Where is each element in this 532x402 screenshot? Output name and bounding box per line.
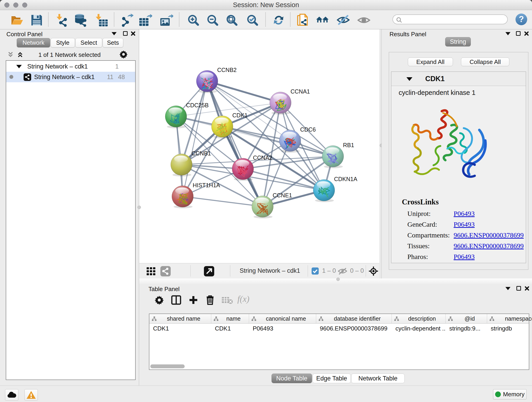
table-cell[interactable]: CDK1 (149, 324, 211, 333)
column-header-sharedname[interactable]: shared name (149, 314, 211, 324)
vertical-splitter[interactable] (380, 29, 382, 279)
maximize-panel-icon[interactable] (516, 31, 520, 36)
refresh-layout-icon[interactable] (272, 13, 285, 27)
network-view-title: String Network – cdk1 (240, 267, 300, 274)
close-panel-icon[interactable] (131, 31, 136, 36)
hide-glasses-icon[interactable] (336, 13, 350, 27)
expand-all-button[interactable]: Expand All (408, 57, 453, 66)
horizontal-scrollbar-thumb[interactable] (150, 364, 185, 368)
network-options-gear-icon[interactable] (119, 50, 128, 60)
network-graph[interactable]: CCNB2CCNA1CDC25BCDK1CDC6RB1CCNB1CCNA2CDK… (139, 29, 380, 263)
table-cell[interactable]: stringdb (487, 324, 532, 333)
save-session-icon[interactable] (30, 13, 44, 27)
tab-network-table[interactable]: Network Table (351, 374, 405, 383)
protein-header[interactable]: CDK1 (391, 72, 526, 86)
column-header-namespace[interactable]: namespace (487, 314, 532, 324)
network-edge-HIST1H1A-CCNE1[interactable] (183, 196, 263, 206)
network-tree: String Network – cdk1 1 String Network –… (6, 60, 136, 380)
collection-network-count: 1 (115, 63, 119, 70)
home-networks-icon[interactable] (316, 13, 329, 27)
collection-expander-icon[interactable] (16, 65, 22, 68)
open-session-icon[interactable] (10, 13, 24, 27)
node-label-CDC25B: CDC25B (186, 102, 209, 108)
node-label-CDKN1A: CDKN1A (334, 176, 357, 182)
splitter-handle[interactable] (138, 206, 141, 209)
control-panel: Control Panel Network Style Select Sets … (0, 29, 139, 385)
column-header-description[interactable]: description (392, 314, 446, 324)
crosslink-link[interactable]: P06493 (454, 253, 475, 261)
column-header-id[interactable]: @id (446, 314, 487, 324)
open-in-window-icon[interactable] (204, 266, 214, 277)
show-eye-icon[interactable] (357, 13, 371, 27)
tab-sets[interactable]: Sets (103, 38, 123, 47)
network-share-view-icon[interactable] (160, 266, 171, 277)
network-row-selected[interactable]: String Network – cdk1 11 48 (6, 72, 135, 82)
import-table-icon[interactable] (95, 13, 109, 27)
tab-select[interactable]: Select (75, 38, 102, 47)
table-cell[interactable]: CDK1 (211, 324, 249, 333)
network-node-count: 11 (107, 74, 114, 81)
network-canvas[interactable]: CCNB2CCNA1CDC25BCDK1CDC6RB1CCNB1CCNA2CDK… (139, 29, 380, 279)
close-window-button[interactable] (4, 2, 9, 7)
show-columns-icon[interactable] (171, 295, 181, 306)
birds-eye-view-icon[interactable] (368, 266, 379, 277)
float-panel-icon[interactable] (505, 287, 510, 290)
add-column-icon[interactable] (188, 295, 198, 306)
close-panel-icon[interactable] (524, 31, 529, 36)
collapse-all-button[interactable]: Collapse All (461, 57, 509, 66)
tab-style[interactable]: Style (51, 38, 75, 47)
statusbar-separator (308, 265, 308, 277)
close-panel-icon[interactable] (525, 286, 530, 291)
selected-nodes-checkbox-icon[interactable] (312, 268, 319, 275)
window-titlebar: Session: New Session (0, 0, 532, 10)
zoom-out-icon[interactable] (206, 13, 220, 27)
export-network-icon[interactable] (120, 13, 134, 27)
zoom-window-button[interactable] (22, 2, 27, 7)
splitter-handle[interactable] (336, 278, 340, 281)
column-header-canonicalname[interactable]: canonical name (249, 314, 316, 324)
table-cell[interactable]: P06493 (249, 324, 316, 333)
crosslink-link[interactable]: P06493 (454, 210, 475, 217)
zoom-in-icon[interactable] (186, 13, 200, 27)
copy-document-icon[interactable] (297, 13, 310, 27)
crosslink-link[interactable]: 9606.ENSP00000378699 (454, 231, 524, 239)
minimize-window-button[interactable] (13, 2, 18, 7)
crosslink-link[interactable]: P06493 (454, 220, 475, 228)
search-input[interactable] (393, 14, 508, 24)
cloud-status-button[interactable] (5, 389, 18, 401)
tab-node-table[interactable]: Node Table (272, 374, 312, 383)
column-header-name[interactable]: name (211, 314, 249, 324)
export-table-icon[interactable] (138, 13, 152, 27)
main-toolbar: ? (0, 10, 532, 29)
table-options-gear-icon[interactable] (154, 295, 164, 306)
table-cell[interactable]: stringdb:9... (446, 324, 487, 333)
column-header-databaseidentifier[interactable]: database identifier (316, 314, 392, 324)
grid-view-icon[interactable] (146, 267, 156, 277)
maximize-panel-icon[interactable] (516, 286, 521, 291)
table-cell[interactable]: 9606.ENSP00000378699 (316, 324, 392, 333)
maximize-panel-icon[interactable] (123, 31, 128, 36)
network-edge-CCNB2-HIST1H1A[interactable] (183, 81, 207, 196)
import-database-icon[interactable] (74, 13, 88, 27)
application-statusbar: Memory (0, 385, 532, 402)
tab-network[interactable]: Network (17, 38, 50, 47)
export-image-icon[interactable] (159, 13, 173, 27)
collection-label: String Network – cdk1 (27, 63, 88, 70)
network-collection-row[interactable]: String Network – cdk1 1 (6, 61, 135, 72)
tab-edge-table[interactable]: Edge Table (312, 374, 351, 383)
table-cell[interactable]: cyclin-dependent ... (392, 324, 446, 333)
delete-column-trash-icon[interactable] (205, 295, 215, 306)
delete-table-icon (221, 296, 233, 305)
crosslink-link[interactable]: 9606.ENSP00000378699 (454, 242, 524, 250)
warnings-button[interactable] (25, 389, 38, 401)
tab-string[interactable]: String (445, 37, 471, 46)
protein-expander-icon[interactable] (406, 77, 412, 81)
float-panel-icon[interactable] (505, 32, 510, 35)
zoom-selected-icon[interactable] (246, 13, 259, 27)
float-panel-icon[interactable] (112, 32, 117, 35)
import-network-icon[interactable] (55, 13, 69, 27)
horizontal-splitter[interactable] (139, 279, 532, 284)
help-button[interactable]: ? (515, 13, 527, 25)
zoom-fit-icon[interactable] (225, 13, 239, 27)
memory-button[interactable]: Memory (493, 389, 526, 400)
